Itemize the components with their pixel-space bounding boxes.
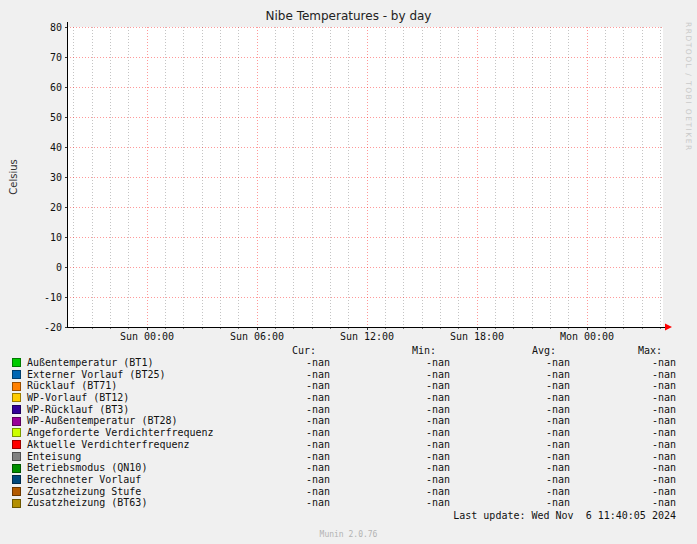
x-tick-label: Sun 00:00 bbox=[120, 331, 174, 342]
legend-min-value: -nan bbox=[330, 357, 450, 369]
legend-max-value: -nan bbox=[570, 497, 676, 509]
y-tick-label: 60 bbox=[50, 82, 62, 93]
legend-cur-value: -nan bbox=[210, 486, 330, 498]
legend-max-value: -nan bbox=[570, 392, 676, 404]
x-tick-label: Sun 06:00 bbox=[230, 331, 284, 342]
legend-cur-value: -nan bbox=[210, 462, 330, 474]
legend-series-label: Berechneter Vorlauf bbox=[27, 474, 210, 486]
legend-series-label: Betriebsmodus (QN10) bbox=[27, 462, 210, 474]
legend-row: Außentemperatur (BT1) -nan -nan -nan -na… bbox=[12, 357, 676, 369]
x-axis-arrow bbox=[665, 324, 672, 331]
legend-header: Cur: Min: Avg: Max: bbox=[12, 344, 676, 357]
x-tick-label: Mon 00:00 bbox=[560, 331, 614, 342]
legend-row: Zusatzheizung (BT63) -nan -nan -nan -nan bbox=[12, 497, 676, 509]
y-tick-label: 70 bbox=[50, 52, 62, 63]
legend-color-swatch bbox=[12, 428, 21, 437]
legend-series-label: Zusatzheizung (BT63) bbox=[27, 497, 210, 509]
y-tick-label: -20 bbox=[44, 322, 62, 333]
legend-avg-value: -nan bbox=[450, 497, 570, 509]
y-tick-label: 0 bbox=[56, 262, 62, 273]
legend-column-avg: Avg: bbox=[450, 344, 570, 357]
y-tick-label: 40 bbox=[50, 142, 62, 153]
legend-cur-value: -nan bbox=[210, 357, 330, 369]
legend-max-value: -nan bbox=[570, 404, 676, 416]
legend-cur-value: -nan bbox=[210, 380, 330, 392]
legend-avg-value: -nan bbox=[450, 439, 570, 451]
legend-max-value: -nan bbox=[570, 357, 676, 369]
y-tick-label: -10 bbox=[44, 292, 62, 303]
legend-row: Betriebsmodus (QN10) -nan -nan -nan -nan bbox=[12, 462, 676, 474]
legend-avg-value: -nan bbox=[450, 451, 570, 463]
legend-series-label: Zusatzheizung Stufe bbox=[27, 486, 210, 498]
x-tick-label: Sun 12:00 bbox=[340, 331, 394, 342]
legend-avg-value: -nan bbox=[450, 474, 570, 486]
legend-cur-value: -nan bbox=[210, 439, 330, 451]
legend-min-value: -nan bbox=[330, 404, 450, 416]
legend-min-value: -nan bbox=[330, 415, 450, 427]
legend-color-swatch bbox=[12, 499, 21, 508]
legend-color-swatch bbox=[12, 487, 21, 496]
legend: Cur: Min: Avg: Max: Außentemperatur (BT1… bbox=[0, 344, 697, 522]
legend-row: WP-Vorlauf (BT12) -nan -nan -nan -nan bbox=[12, 392, 676, 404]
legend-min-value: -nan bbox=[330, 486, 450, 498]
legend-avg-value: -nan bbox=[450, 427, 570, 439]
legend-color-swatch bbox=[12, 370, 21, 379]
legend-column-min: Min: bbox=[330, 344, 450, 357]
legend-max-value: -nan bbox=[570, 415, 676, 427]
legend-column-cur: Cur: bbox=[210, 344, 330, 357]
legend-rows: Außentemperatur (BT1) -nan -nan -nan -na… bbox=[12, 357, 676, 509]
x-tick-label: Sun 18:00 bbox=[450, 331, 504, 342]
legend-row: Enteisung -nan -nan -nan -nan bbox=[12, 451, 676, 463]
legend-color-swatch bbox=[12, 393, 21, 402]
legend-min-value: -nan bbox=[330, 380, 450, 392]
munin-version-watermark: Munin 2.0.76 bbox=[0, 530, 697, 539]
legend-row: WP-Außentemperatur (BT28) -nan -nan -nan… bbox=[12, 415, 676, 427]
legend-avg-value: -nan bbox=[450, 462, 570, 474]
legend-color-swatch bbox=[12, 358, 21, 367]
legend-color-swatch bbox=[12, 382, 21, 391]
legend-color-swatch bbox=[12, 464, 21, 473]
legend-row: WP-Rücklauf (BT3) -nan -nan -nan -nan bbox=[12, 404, 676, 416]
legend-avg-value: -nan bbox=[450, 404, 570, 416]
legend-max-value: -nan bbox=[570, 462, 676, 474]
legend-series-label: WP-Außentemperatur (BT28) bbox=[27, 415, 210, 427]
legend-avg-value: -nan bbox=[450, 392, 570, 404]
legend-cur-value: -nan bbox=[210, 497, 330, 509]
rrdtool-watermark: RRDTOOL / TOBI OETIKER bbox=[684, 22, 693, 152]
legend-cur-value: -nan bbox=[210, 427, 330, 439]
legend-series-label: WP-Rücklauf (BT3) bbox=[27, 404, 210, 416]
legend-column-max: Max: bbox=[570, 344, 676, 357]
legend-avg-value: -nan bbox=[450, 357, 570, 369]
legend-cur-value: -nan bbox=[210, 392, 330, 404]
legend-max-value: -nan bbox=[570, 380, 676, 392]
legend-series-label: Angeforderte Verdichterfrequenz bbox=[27, 427, 210, 439]
y-tick-label: 10 bbox=[50, 232, 62, 243]
legend-row: Externer Vorlauf (BT25) -nan -nan -nan -… bbox=[12, 369, 676, 381]
y-tick-label: 20 bbox=[50, 202, 62, 213]
legend-cur-value: -nan bbox=[210, 404, 330, 416]
y-tick-label: 80 bbox=[50, 22, 62, 33]
legend-min-value: -nan bbox=[330, 392, 450, 404]
last-update: Last update: Wed Nov 6 11:40:05 2024 bbox=[12, 510, 676, 522]
legend-cur-value: -nan bbox=[210, 369, 330, 381]
y-tick-label: 50 bbox=[50, 112, 62, 123]
legend-series-label: Enteisung bbox=[27, 451, 210, 463]
legend-series-label: WP-Vorlauf (BT12) bbox=[27, 392, 210, 404]
legend-min-value: -nan bbox=[330, 462, 450, 474]
legend-cur-value: -nan bbox=[210, 415, 330, 427]
legend-cur-value: -nan bbox=[210, 451, 330, 463]
legend-row: Rücklauf (BT71) -nan -nan -nan -nan bbox=[12, 380, 676, 392]
legend-min-value: -nan bbox=[330, 427, 450, 439]
legend-min-value: -nan bbox=[330, 474, 450, 486]
legend-min-value: -nan bbox=[330, 497, 450, 509]
legend-series-label: Rücklauf (BT71) bbox=[27, 380, 210, 392]
legend-avg-value: -nan bbox=[450, 369, 570, 381]
legend-max-value: -nan bbox=[570, 451, 676, 463]
y-tick-label: 30 bbox=[50, 172, 62, 183]
legend-min-value: -nan bbox=[330, 439, 450, 451]
legend-series-label: Aktuelle Verdichterfrequenz bbox=[27, 439, 210, 451]
legend-series-label: Externer Vorlauf (BT25) bbox=[27, 369, 210, 381]
legend-max-value: -nan bbox=[570, 427, 676, 439]
legend-max-value: -nan bbox=[570, 439, 676, 451]
legend-avg-value: -nan bbox=[450, 486, 570, 498]
